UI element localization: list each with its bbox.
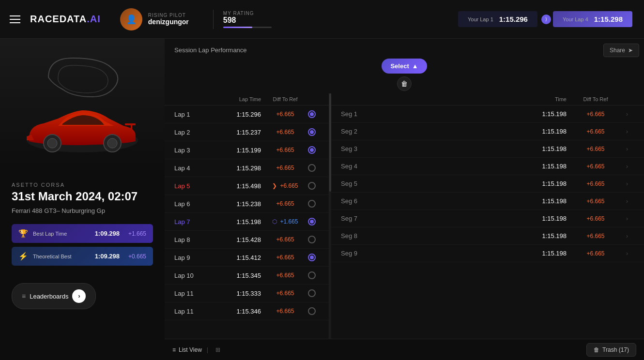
lap-name: Lap 5 (174, 182, 208, 190)
lap-diff: +6.665 (266, 165, 305, 171)
chevron-up-icon: ▲ (412, 62, 418, 70)
list-item[interactable]: Seg 8 1:15.198 +6.665 › (331, 227, 644, 245)
lap-time: 1:15.346 (208, 308, 266, 315)
lap-radio[interactable] (305, 182, 319, 190)
svg-rect-6 (131, 123, 132, 129)
lap1-label: Your Lap 1 (468, 16, 493, 22)
seg-arrow-icon[interactable]: › (620, 198, 634, 205)
leaderboards-arrow-icon: › (72, 289, 86, 303)
list-item[interactable]: Seg 9 1:15.198 +6.665 › (331, 245, 644, 262)
seg-time: 1:15.198 (380, 215, 571, 222)
table-row[interactable]: Lap 7 1:15.198 ⬡+1.665 (165, 213, 329, 231)
seg-arrow-icon[interactable]: › (620, 250, 634, 257)
radio-indicator[interactable] (308, 218, 316, 225)
table-row[interactable]: Lap 11 1:15.346 +6.665 (165, 302, 329, 320)
lap-radio[interactable] (305, 271, 319, 279)
leaderboards-icon: ≡ (22, 292, 26, 300)
table-row[interactable]: Lap 4 1:15.298 +6.665 (165, 159, 329, 177)
hamburger-menu[interactable] (10, 15, 20, 23)
lap-radio[interactable] (305, 146, 319, 154)
list-icon: ≡ (172, 346, 176, 353)
seg-arrow-icon[interactable]: › (620, 111, 634, 118)
best-lap-card: 🏆 Best Lap Time 1:09.298 +1.665 (12, 224, 153, 243)
radio-indicator[interactable] (308, 146, 316, 154)
table-row[interactable]: Lap 3 1:15.199 +6.665 (165, 141, 329, 159)
list-item[interactable]: Seg 6 1:15.198 +6.665 › (331, 193, 644, 210)
lap-diff: +6.665 (266, 200, 305, 207)
pilot-section: 👤 RISING PILOT denizgungor (120, 8, 189, 30)
radio-indicator[interactable] (308, 271, 316, 279)
seg-time: 1:15.198 (380, 250, 571, 257)
list-view-button[interactable]: ≡ List View (172, 346, 202, 353)
radio-indicator[interactable] (308, 164, 316, 172)
lap-radio[interactable] (305, 110, 319, 118)
lap-radio[interactable] (305, 218, 319, 225)
grid-view-button[interactable]: ⊞ (213, 345, 223, 355)
seg-diff: +6.665 (571, 146, 620, 152)
seg-column-headers: Time Diff To Ref (331, 93, 644, 105)
best-lap-time: 1:09.298 (95, 230, 120, 237)
list-item[interactable]: Seg 5 1:15.198 +6.665 › (331, 175, 644, 193)
radio-indicator[interactable] (308, 128, 316, 136)
lap-radio[interactable] (305, 164, 319, 172)
list-item[interactable]: Seg 1 1:15.198 +6.665 › (331, 105, 644, 123)
lap-diff: +6.665 (266, 290, 305, 297)
game-name: ASETTO CORSA (12, 182, 153, 188)
table-row[interactable]: Lap 1 1:15.296 +6.665 (165, 105, 329, 123)
theoretical-icon: ⚡ (18, 252, 28, 261)
lap-diff: +6.665 (266, 129, 305, 135)
seg-arrow-icon[interactable]: › (620, 233, 634, 240)
lap4-header-item[interactable]: Your Lap 4 1:15.298 (553, 11, 632, 27)
radio-indicator[interactable] (308, 200, 316, 208)
trash-button[interactable]: 🗑 Trash (17) (586, 343, 636, 357)
radio-indicator[interactable] (308, 110, 316, 118)
lap-radio[interactable] (305, 128, 319, 136)
radio-indicator[interactable] (308, 236, 316, 243)
lap-radio[interactable] (305, 307, 319, 315)
lap-radio[interactable] (305, 254, 319, 261)
radio-indicator[interactable] (308, 182, 316, 190)
best-lap-icon: 🏆 (18, 229, 28, 238)
lap-time: 1:15.333 (208, 290, 266, 297)
seg-arrow-icon[interactable]: › (620, 215, 634, 222)
seg-arrow-icon[interactable]: › (620, 180, 634, 187)
trash-icon: 🗑 (401, 80, 408, 88)
radio-indicator[interactable] (308, 289, 316, 297)
right-panel: Share ➤ Session Lap Performance Select ▲… (165, 39, 644, 360)
list-item[interactable]: Seg 2 1:15.198 +6.665 › (331, 123, 644, 140)
list-item[interactable]: Seg 3 1:15.198 +6.665 › (331, 140, 644, 158)
table-row[interactable]: Lap 10 1:15.345 +6.665 (165, 267, 329, 285)
seg-time: 1:15.198 (380, 128, 571, 135)
lap-radio[interactable] (305, 236, 319, 243)
seg-diff: +6.665 (571, 163, 620, 170)
table-row[interactable]: Lap 2 1:15.237 +6.665 (165, 123, 329, 141)
seg-time: 1:15.198 (380, 232, 571, 240)
seg-arrow-icon[interactable]: › (620, 146, 634, 152)
trash-label: Trash (17) (602, 346, 629, 353)
radio-indicator[interactable] (308, 254, 316, 261)
main-content: ASETTO CORSA 31st March 2024, 02:07 Ferr… (0, 39, 644, 360)
lap-radio[interactable] (305, 289, 319, 297)
lap4-time: 1:15.298 (594, 15, 623, 23)
seg-arrow-icon[interactable]: › (620, 128, 634, 135)
lap-name: Lap 2 (174, 129, 208, 136)
select-button[interactable]: Select ▲ (382, 59, 427, 74)
lap1-header-item[interactable]: Your Lap 1 1:15.296 (458, 11, 537, 27)
radio-indicator[interactable] (308, 307, 316, 315)
list-item[interactable]: Seg 7 1:15.198 +6.665 › (331, 210, 644, 227)
table-row[interactable]: Lap 11 1:15.333 +6.665 (165, 285, 329, 302)
seg-name: Seg 3 (341, 145, 380, 152)
lap-name: Lap 10 (174, 272, 208, 279)
lap-radio[interactable] (305, 200, 319, 208)
table-row[interactable]: Lap 6 1:15.238 +6.665 (165, 195, 329, 213)
select-label: Select (390, 62, 409, 70)
session-car: Ferrari 488 GT3– Nurburgring Gp (12, 207, 153, 214)
table-row[interactable]: Lap 9 1:15.412 +6.665 (165, 249, 329, 267)
trash-mini-button[interactable]: 🗑 (397, 76, 412, 91)
car-image (19, 97, 145, 174)
table-row[interactable]: Lap 8 1:15.428 +6.665 (165, 231, 329, 249)
table-row[interactable]: Lap 5 1:15.498 ❯+6.665 (165, 177, 329, 195)
list-item[interactable]: Seg 4 1:15.198 +6.665 › (331, 158, 644, 175)
leaderboards-button[interactable]: ≡ Leaderboards › (12, 283, 96, 309)
seg-arrow-icon[interactable]: › (620, 163, 634, 170)
